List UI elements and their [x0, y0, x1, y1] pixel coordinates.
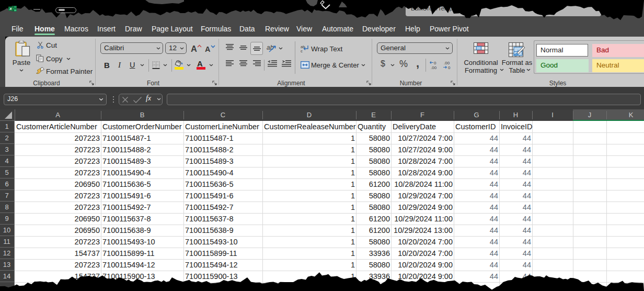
- svg-text:x: x: [9, 6, 12, 11]
- svg-text:.00: .00: [444, 61, 450, 65]
- svg-text:c: c: [301, 49, 303, 53]
- svg-text:0: 0: [434, 61, 436, 65]
- svg-text:0: 0: [448, 65, 451, 70]
- svg-text:.00: .00: [431, 65, 437, 70]
